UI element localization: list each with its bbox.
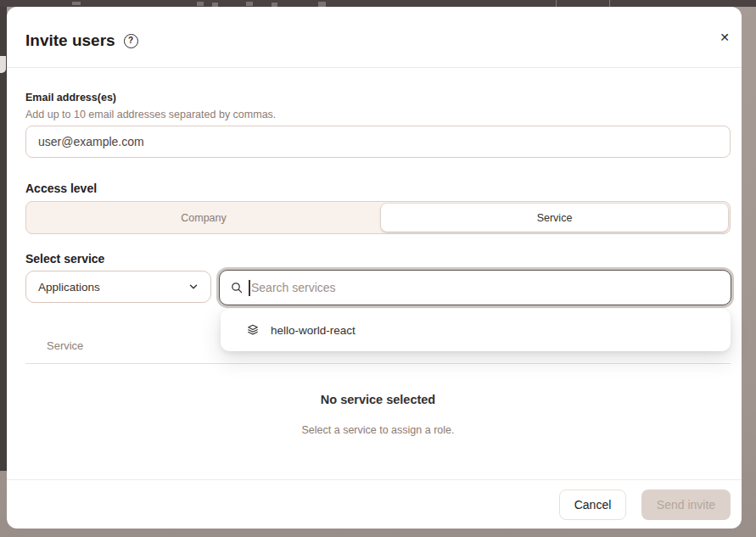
modal-title: Invite users ? — [25, 31, 138, 50]
service-search-input[interactable] — [220, 271, 731, 305]
modal-title-text: Invite users — [25, 31, 115, 50]
help-icon[interactable]: ? — [124, 34, 138, 48]
search-result-item[interactable]: hello-world-react — [221, 309, 731, 351]
service-list-divider — [25, 363, 731, 364]
select-service-label: Select service — [25, 252, 104, 266]
access-level-label: Access level — [25, 182, 97, 195]
background-divider-remnant — [609, 0, 610, 7]
email-input[interactable] — [25, 126, 731, 158]
invite-users-modal: Invite users ? ✕ Email address(es) Add u… — [7, 7, 742, 529]
empty-state-subtitle: Select a service to assign a role. — [25, 424, 731, 436]
modal-footer: Cancel Send invite — [7, 479, 742, 529]
segment-service[interactable]: Service — [381, 204, 728, 232]
send-invite-button[interactable]: Send invite — [641, 489, 731, 520]
background-divider-remnant — [556, 0, 557, 7]
service-category-select[interactable]: Applications — [25, 271, 211, 303]
segment-company-label: Company — [181, 212, 227, 224]
email-helper: Add up to 10 email addresses separated b… — [25, 109, 276, 120]
search-result-label: hello-world-react — [271, 324, 356, 337]
search-results-dropdown: hello-world-react — [221, 309, 731, 351]
background-text-remnant — [72, 2, 81, 5]
header-divider — [7, 67, 742, 68]
cancel-button[interactable]: Cancel — [559, 489, 626, 520]
background-content-remnant — [0, 56, 6, 73]
close-button[interactable]: ✕ — [713, 25, 736, 49]
chevron-down-icon — [188, 282, 199, 292]
background-text-remnant — [197, 2, 204, 6]
service-category-value: Applications — [38, 281, 188, 294]
segment-company[interactable]: Company — [26, 202, 381, 233]
background-page-header — [0, 0, 756, 7]
segment-service-label: Service — [537, 212, 573, 224]
stack-icon — [247, 324, 259, 336]
close-icon: ✕ — [720, 31, 730, 43]
access-level-segmented-control: Company Service — [25, 201, 731, 234]
empty-state-title: No service selected — [25, 393, 731, 406]
background-page-sidebar — [0, 7, 7, 471]
background-text-remnant — [246, 2, 253, 6]
service-column-header: Service — [47, 339, 83, 352]
email-label: Email address(es) — [25, 92, 116, 103]
service-search-field[interactable] — [219, 270, 731, 305]
